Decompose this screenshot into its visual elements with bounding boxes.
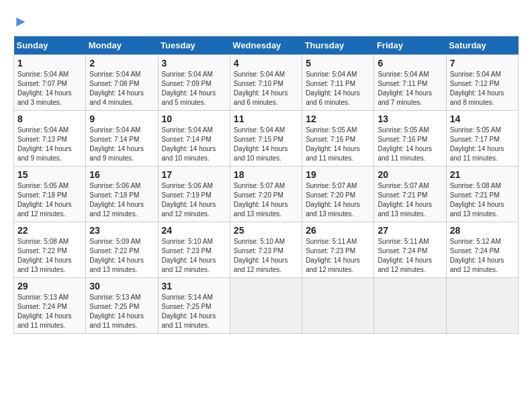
day-info: Sunrise: 5:05 AMSunset: 7:17 PMDaylight:… bbox=[450, 126, 515, 163]
day-info: Sunrise: 5:05 AMSunset: 7:16 PMDaylight:… bbox=[306, 126, 370, 163]
day-number: 14 bbox=[450, 113, 515, 124]
calendar-week-row: 22Sunrise: 5:08 AMSunset: 7:22 PMDayligh… bbox=[14, 222, 519, 278]
day-info: Sunrise: 5:09 AMSunset: 7:22 PMDaylight:… bbox=[89, 237, 154, 275]
day-info: Sunrise: 5:04 AMSunset: 7:11 PMDaylight:… bbox=[378, 70, 442, 107]
header-saturday: Saturday bbox=[446, 36, 518, 55]
day-info: Sunrise: 5:04 AMSunset: 7:10 PMDaylight:… bbox=[234, 70, 298, 107]
calendar-week-row: 1Sunrise: 5:04 AMSunset: 7:07 PMDaylight… bbox=[14, 55, 519, 111]
day-number: 2 bbox=[89, 58, 154, 68]
calendar-cell: 30Sunrise: 5:13 AMSunset: 7:25 PMDayligh… bbox=[86, 278, 158, 334]
day-number: 18 bbox=[234, 169, 298, 180]
calendar-cell: 1Sunrise: 5:04 AMSunset: 7:07 PMDaylight… bbox=[14, 55, 86, 111]
day-number: 8 bbox=[17, 113, 82, 124]
day-number: 7 bbox=[450, 58, 515, 68]
calendar-cell: 26Sunrise: 5:11 AMSunset: 7:23 PMDayligh… bbox=[302, 222, 374, 278]
header-tuesday: Tuesday bbox=[158, 36, 230, 55]
calendar-cell: 18Sunrise: 5:07 AMSunset: 7:20 PMDayligh… bbox=[230, 167, 302, 222]
day-info: Sunrise: 5:14 AMSunset: 7:25 PMDaylight:… bbox=[162, 293, 226, 330]
calendar-cell: 2Sunrise: 5:04 AMSunset: 7:08 PMDaylight… bbox=[86, 55, 158, 111]
day-info: Sunrise: 5:04 AMSunset: 7:14 PMDaylight:… bbox=[89, 126, 154, 163]
day-number: 27 bbox=[378, 225, 442, 236]
day-info: Sunrise: 5:05 AMSunset: 7:18 PMDaylight:… bbox=[17, 181, 82, 219]
calendar-cell: 25Sunrise: 5:10 AMSunset: 7:23 PMDayligh… bbox=[230, 222, 302, 278]
calendar-cell: 16Sunrise: 5:06 AMSunset: 7:18 PMDayligh… bbox=[86, 167, 158, 222]
calendar-cell: 29Sunrise: 5:13 AMSunset: 7:24 PMDayligh… bbox=[14, 278, 86, 334]
calendar-cell: 8Sunrise: 5:04 AMSunset: 7:13 PMDaylight… bbox=[14, 111, 86, 167]
day-number: 30 bbox=[89, 281, 154, 291]
day-number: 13 bbox=[378, 113, 442, 124]
calendar-cell: 11Sunrise: 5:04 AMSunset: 7:15 PMDayligh… bbox=[230, 111, 302, 167]
calendar-cell bbox=[374, 278, 446, 334]
day-info: Sunrise: 5:04 AMSunset: 7:13 PMDaylight:… bbox=[17, 126, 82, 163]
calendar-cell bbox=[446, 278, 518, 334]
header-friday: Friday bbox=[374, 36, 446, 55]
day-number: 31 bbox=[162, 281, 226, 291]
day-number: 28 bbox=[450, 225, 515, 236]
header-wednesday: Wednesday bbox=[230, 36, 302, 55]
calendar-cell: 3Sunrise: 5:04 AMSunset: 7:09 PMDaylight… bbox=[158, 55, 230, 111]
calendar-cell: 28Sunrise: 5:12 AMSunset: 7:24 PMDayligh… bbox=[446, 222, 518, 278]
day-number: 15 bbox=[17, 169, 82, 180]
calendar-week-row: 8Sunrise: 5:04 AMSunset: 7:13 PMDaylight… bbox=[14, 111, 519, 167]
day-number: 3 bbox=[162, 58, 226, 68]
calendar-week-row: 15Sunrise: 5:05 AMSunset: 7:18 PMDayligh… bbox=[14, 167, 519, 222]
day-number: 25 bbox=[234, 225, 298, 236]
day-number: 19 bbox=[306, 169, 370, 180]
day-number: 22 bbox=[17, 225, 82, 236]
calendar-cell: 22Sunrise: 5:08 AMSunset: 7:22 PMDayligh… bbox=[14, 222, 86, 278]
logo: ► bbox=[13, 13, 28, 30]
day-info: Sunrise: 5:11 AMSunset: 7:24 PMDaylight:… bbox=[378, 237, 442, 275]
day-info: Sunrise: 5:04 AMSunset: 7:15 PMDaylight:… bbox=[234, 126, 298, 163]
day-info: Sunrise: 5:06 AMSunset: 7:19 PMDaylight:… bbox=[162, 181, 226, 219]
calendar-cell: 17Sunrise: 5:06 AMSunset: 7:19 PMDayligh… bbox=[158, 167, 230, 222]
calendar-cell: 6Sunrise: 5:04 AMSunset: 7:11 PMDaylight… bbox=[374, 55, 446, 111]
header-sunday: Sunday bbox=[14, 36, 86, 55]
header-thursday: Thursday bbox=[302, 36, 374, 55]
day-info: Sunrise: 5:05 AMSunset: 7:16 PMDaylight:… bbox=[378, 126, 442, 163]
calendar-table: Sunday Monday Tuesday Wednesday Thursday… bbox=[13, 36, 519, 334]
day-number: 6 bbox=[378, 58, 442, 68]
day-number: 12 bbox=[306, 113, 370, 124]
day-number: 26 bbox=[306, 225, 370, 236]
day-info: Sunrise: 5:04 AMSunset: 7:07 PMDaylight:… bbox=[17, 70, 82, 107]
day-number: 17 bbox=[162, 169, 226, 180]
day-info: Sunrise: 5:10 AMSunset: 7:23 PMDaylight:… bbox=[162, 237, 226, 275]
calendar-cell: 27Sunrise: 5:11 AMSunset: 7:24 PMDayligh… bbox=[374, 222, 446, 278]
day-number: 1 bbox=[17, 58, 82, 68]
day-info: Sunrise: 5:04 AMSunset: 7:14 PMDaylight:… bbox=[162, 126, 226, 163]
day-info: Sunrise: 5:07 AMSunset: 7:20 PMDaylight:… bbox=[234, 181, 298, 219]
day-info: Sunrise: 5:04 AMSunset: 7:11 PMDaylight:… bbox=[306, 70, 370, 107]
day-info: Sunrise: 5:04 AMSunset: 7:09 PMDaylight:… bbox=[162, 70, 226, 107]
calendar-cell bbox=[302, 278, 374, 334]
day-info: Sunrise: 5:04 AMSunset: 7:12 PMDaylight:… bbox=[450, 70, 515, 107]
day-number: 11 bbox=[234, 113, 298, 124]
calendar-cell: 15Sunrise: 5:05 AMSunset: 7:18 PMDayligh… bbox=[14, 167, 86, 222]
calendar-cell: 21Sunrise: 5:08 AMSunset: 7:21 PMDayligh… bbox=[446, 167, 518, 222]
day-info: Sunrise: 5:11 AMSunset: 7:23 PMDaylight:… bbox=[306, 237, 370, 275]
calendar-cell: 9Sunrise: 5:04 AMSunset: 7:14 PMDaylight… bbox=[86, 111, 158, 167]
page-header: ► bbox=[13, 13, 519, 30]
day-number: 10 bbox=[162, 113, 226, 124]
day-number: 16 bbox=[89, 169, 154, 180]
calendar-cell: 14Sunrise: 5:05 AMSunset: 7:17 PMDayligh… bbox=[446, 111, 518, 167]
day-info: Sunrise: 5:13 AMSunset: 7:24 PMDaylight:… bbox=[17, 293, 82, 330]
header-monday: Monday bbox=[86, 36, 158, 55]
day-number: 24 bbox=[162, 225, 226, 236]
calendar-header-row: Sunday Monday Tuesday Wednesday Thursday… bbox=[14, 36, 519, 55]
calendar-cell: 13Sunrise: 5:05 AMSunset: 7:16 PMDayligh… bbox=[374, 111, 446, 167]
day-info: Sunrise: 5:07 AMSunset: 7:21 PMDaylight:… bbox=[378, 181, 442, 219]
calendar-week-row: 29Sunrise: 5:13 AMSunset: 7:24 PMDayligh… bbox=[14, 278, 519, 334]
day-number: 23 bbox=[89, 225, 154, 236]
calendar-cell: 23Sunrise: 5:09 AMSunset: 7:22 PMDayligh… bbox=[86, 222, 158, 278]
day-number: 29 bbox=[17, 281, 82, 291]
day-info: Sunrise: 5:10 AMSunset: 7:23 PMDaylight:… bbox=[234, 237, 298, 275]
calendar-cell: 7Sunrise: 5:04 AMSunset: 7:12 PMDaylight… bbox=[446, 55, 518, 111]
day-number: 20 bbox=[378, 169, 442, 180]
day-number: 4 bbox=[234, 58, 298, 68]
calendar-cell bbox=[230, 278, 302, 334]
day-number: 9 bbox=[89, 113, 154, 124]
calendar-cell: 5Sunrise: 5:04 AMSunset: 7:11 PMDaylight… bbox=[302, 55, 374, 111]
day-info: Sunrise: 5:04 AMSunset: 7:08 PMDaylight:… bbox=[89, 70, 154, 107]
day-info: Sunrise: 5:07 AMSunset: 7:20 PMDaylight:… bbox=[306, 181, 370, 219]
calendar-cell: 12Sunrise: 5:05 AMSunset: 7:16 PMDayligh… bbox=[302, 111, 374, 167]
